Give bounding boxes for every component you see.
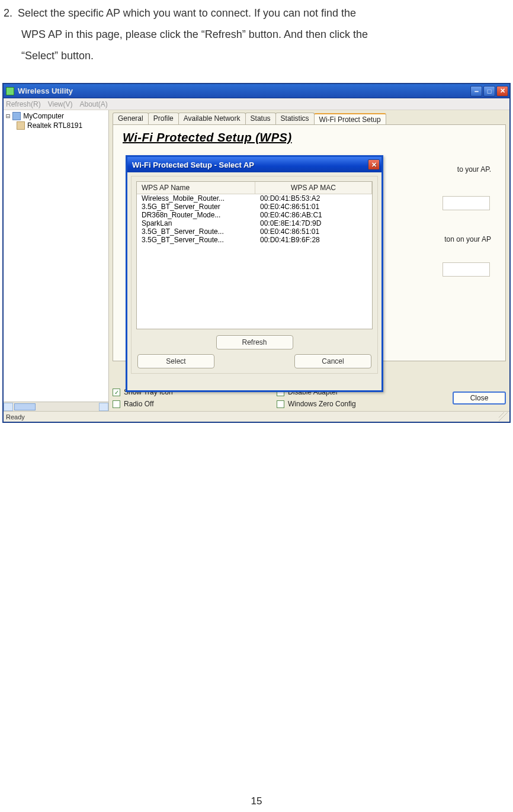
ap-name-cell: SparkLan — [137, 219, 255, 227]
close-button[interactable]: Close — [453, 391, 506, 405]
wps-hint-1: to your AP. — [457, 165, 491, 174]
status-text: Ready — [6, 413, 25, 421]
ap-name-cell: 3.5G_BT_Server_Route... — [137, 236, 255, 244]
ap-listview[interactable]: WPS AP Name WPS AP MAC Wireless_Mobile_R… — [136, 181, 373, 329]
tree-child-item[interactable]: Realtek RTL8191 — [17, 121, 108, 130]
ap-mac-cell: 00:D0:41:B9:6F:28 — [255, 236, 372, 244]
ap-name-cell: DR368n_Router_Mode... — [137, 211, 255, 219]
menu-view[interactable]: View(V) — [48, 100, 73, 108]
select-button[interactable]: Select — [137, 354, 214, 368]
dialog-titlebar[interactable]: Wi-Fi Protected Setup - Select AP ✕ — [127, 157, 381, 172]
minimize-icon[interactable]: ‒ — [470, 86, 482, 97]
step-number: 2. — [4, 2, 18, 24]
adapter-icon — [17, 121, 25, 130]
tab-bar: General Profile Available Network Status… — [113, 113, 506, 124]
checkbox-icon[interactable]: ✓ — [113, 389, 120, 396]
maximize-icon[interactable]: □ — [483, 86, 495, 97]
ap-mac-cell: 00:E0:4C:86:AB:C1 — [255, 211, 372, 219]
page-number: 15 — [0, 795, 513, 807]
ap-mac-cell: 00:0E:8E:14:7D:9D — [255, 219, 372, 227]
column-ap-name[interactable]: WPS AP Name — [137, 182, 255, 194]
pin-field-peek[interactable] — [443, 196, 490, 210]
ap-list-row[interactable]: 3.5G_BT_Server_Route...00:D0:41:B9:6F:28 — [137, 236, 372, 244]
ap-list-row[interactable]: SparkLan00:0E:8E:14:7D:9D — [137, 219, 372, 227]
tab-status[interactable]: Status — [245, 113, 276, 124]
ap-list-row[interactable]: Wireless_Mobile_Router...00:D0:41:B5:53:… — [137, 194, 372, 203]
tree-hscrollbar[interactable] — [4, 402, 108, 411]
menu-about[interactable]: About(A) — [79, 100, 107, 108]
ap-name-cell: 3.5G_BT_Server_Router — [137, 203, 255, 211]
dialog-title: Wi-Fi Protected Setup - Select AP — [132, 161, 254, 169]
tree-root-item[interactable]: ⊟ MyComputer — [6, 111, 108, 121]
scroll-thumb[interactable] — [14, 403, 36, 410]
ap-name-cell: Wireless_Mobile_Router... — [137, 194, 255, 203]
dialog-close-icon[interactable]: ✕ — [368, 159, 380, 170]
app-icon — [6, 87, 14, 95]
refresh-button[interactable]: Refresh — [216, 335, 293, 349]
cancel-button[interactable]: Cancel — [294, 354, 371, 368]
ap-mac-cell: 00:E0:4C:86:51:01 — [255, 227, 372, 236]
device-tree: ⊟ MyComputer Realtek RTL8191 — [4, 110, 109, 411]
scroll-right-icon[interactable] — [99, 403, 108, 411]
status-bar: Ready — [4, 411, 509, 422]
instruction-text: 2.Select the specific AP which you want … — [0, 0, 513, 66]
column-ap-mac[interactable]: WPS AP MAC — [255, 182, 372, 194]
ap-list-row[interactable]: 3.5G_BT_Server_Route...00:E0:4C:86:51:01 — [137, 227, 372, 236]
tab-general[interactable]: General — [113, 113, 149, 124]
menu-refresh[interactable]: Refresh(R) — [6, 100, 41, 108]
computer-icon — [12, 112, 21, 120]
ap-list-row[interactable]: DR368n_Router_Mode...00:E0:4C:86:AB:C1 — [137, 211, 372, 219]
scroll-left-icon[interactable] — [4, 403, 13, 411]
ap-name-cell: 3.5G_BT_Server_Route... — [137, 227, 255, 236]
window-title: Wireless Utility — [18, 86, 73, 95]
tab-statistics[interactable]: Statistics — [275, 113, 315, 124]
checkbox-icon[interactable] — [277, 400, 284, 408]
resize-grip-icon[interactable] — [499, 412, 509, 422]
opt-radio-off[interactable]: Radio Off — [113, 400, 277, 408]
window-titlebar[interactable]: Wireless Utility ‒ □ ✕ — [4, 84, 509, 98]
tab-profile[interactable]: Profile — [148, 113, 179, 124]
close-icon[interactable]: ✕ — [496, 86, 508, 97]
tab-available-network[interactable]: Available Network — [178, 113, 246, 124]
ap-mac-cell: 00:E0:4C:86:51:01 — [255, 203, 372, 211]
pbc-field-peek[interactable] — [443, 262, 490, 277]
ap-list-row[interactable]: 3.5G_BT_Server_Router00:E0:4C:86:51:01 — [137, 203, 372, 211]
tab-wps[interactable]: Wi-Fi Protect Setup — [314, 113, 386, 125]
app-window: Wireless Utility ‒ □ ✕ Refresh(R) View(V… — [2, 83, 511, 423]
menu-bar: Refresh(R) View(V) About(A) — [4, 98, 509, 110]
opt-wzc[interactable]: Windows Zero Config — [277, 400, 441, 408]
checkbox-icon[interactable] — [113, 400, 120, 408]
select-ap-dialog: Wi-Fi Protected Setup - Select AP ✕ WPS … — [126, 155, 383, 392]
ap-mac-cell: 00:D0:41:B5:53:A2 — [255, 194, 372, 203]
wps-heading: Wi-Fi Protected Setup (WPS) — [123, 131, 292, 145]
wps-hint-2: ton on your AP — [444, 235, 491, 243]
